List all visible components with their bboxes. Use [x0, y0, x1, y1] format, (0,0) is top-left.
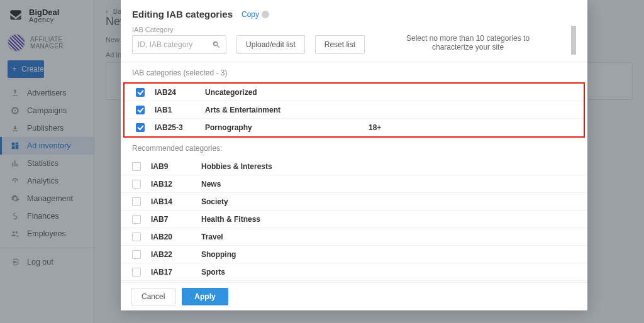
category-name: Travel: [201, 233, 365, 241]
category-checkbox[interactable]: [132, 162, 141, 171]
category-id: IAB7: [151, 215, 201, 224]
category-name: Health & Fitness: [201, 215, 365, 224]
category-id: IAB20: [151, 233, 201, 241]
info-icon[interactable]: [262, 11, 269, 18]
category-row[interactable]: IAB1 Arts & Entertainment: [125, 101, 584, 119]
category-name: Pornography: [205, 123, 369, 132]
category-name: Uncategorized: [205, 88, 369, 97]
selected-heading: IAB categories (selected - 3): [121, 62, 587, 82]
recommended-categories-list: IAB9 Hobbies & Interests IAB12 News IAB1…: [121, 158, 587, 281]
modal-body[interactable]: IAB categories (selected - 3) IAB24 Unca…: [121, 62, 587, 282]
category-checkbox[interactable]: [136, 88, 145, 97]
category-id: IAB24: [155, 88, 205, 97]
category-name: Arts & Entertainment: [205, 106, 369, 114]
modal-footer: Cancel Apply: [121, 282, 587, 310]
apply-button[interactable]: Apply: [182, 288, 228, 305]
search-icon[interactable]: [212, 40, 221, 49]
category-id: IAB17: [151, 268, 201, 276]
category-row[interactable]: IAB12 News: [121, 175, 587, 193]
search-wrap: IAB Category: [132, 26, 226, 54]
category-checkbox[interactable]: [132, 215, 141, 224]
recommended-heading: Recommended categories:: [121, 138, 587, 158]
category-id: IAB9: [151, 162, 201, 171]
upload-list-button[interactable]: Upload/edit list: [236, 35, 305, 54]
category-checkbox[interactable]: [132, 250, 141, 259]
category-id: IAB12: [151, 180, 201, 189]
modal-header: Editing IAB categories Copy: [121, 0, 587, 23]
copy-label: Copy: [242, 10, 259, 19]
category-name: News: [201, 180, 365, 189]
cancel-button[interactable]: Cancel: [131, 288, 175, 305]
modal-controls: IAB Category Upload/edit list Reset list…: [121, 23, 587, 62]
category-name: Hobbies & Interests: [201, 162, 365, 171]
hint-text: Select no more than 10 categories to cha…: [375, 34, 561, 54]
category-checkbox[interactable]: [132, 268, 141, 276]
category-name: Shopping: [201, 250, 365, 259]
search-box[interactable]: [132, 35, 226, 54]
category-row[interactable]: IAB9 Hobbies & Interests: [121, 158, 587, 175]
category-id: IAB14: [151, 197, 201, 206]
reset-list-button[interactable]: Reset list: [315, 35, 365, 54]
category-checkbox[interactable]: [132, 197, 141, 206]
category-checkbox[interactable]: [132, 233, 141, 241]
category-tag: 18+: [369, 123, 381, 132]
category-name: Society: [201, 197, 365, 206]
search-label: IAB Category: [132, 26, 226, 33]
category-id: IAB22: [151, 250, 201, 259]
category-row[interactable]: IAB17 Sports: [121, 263, 587, 281]
category-row[interactable]: IAB25-3 Pornography 18+: [125, 119, 584, 136]
selected-categories-highlight: IAB24 Uncategorized IAB1 Arts & Entertai…: [123, 82, 585, 138]
category-row[interactable]: IAB7 Health & Fitness: [121, 211, 587, 228]
modal-iab-categories: Editing IAB categories Copy IAB Category…: [121, 0, 587, 310]
category-checkbox[interactable]: [136, 123, 145, 132]
category-row[interactable]: IAB14 Society: [121, 193, 587, 211]
search-input[interactable]: [138, 40, 212, 49]
category-checkbox[interactable]: [136, 106, 145, 114]
app-root: BigDeal Agency AFFILIATE MANAGER +Create…: [0, 0, 644, 323]
category-id: IAB25-3: [155, 123, 205, 132]
category-row[interactable]: IAB24 Uncategorized: [125, 84, 584, 101]
category-name: Sports: [201, 268, 365, 276]
category-checkbox[interactable]: [132, 180, 141, 189]
category-row[interactable]: IAB20 Travel: [121, 228, 587, 246]
category-id: IAB1: [155, 106, 205, 114]
category-row[interactable]: IAB22 Shopping: [121, 246, 587, 263]
modal-title: Editing IAB categories: [132, 9, 233, 19]
copy-link[interactable]: Copy: [242, 10, 269, 19]
scrollbar-thumb[interactable]: [571, 26, 576, 55]
